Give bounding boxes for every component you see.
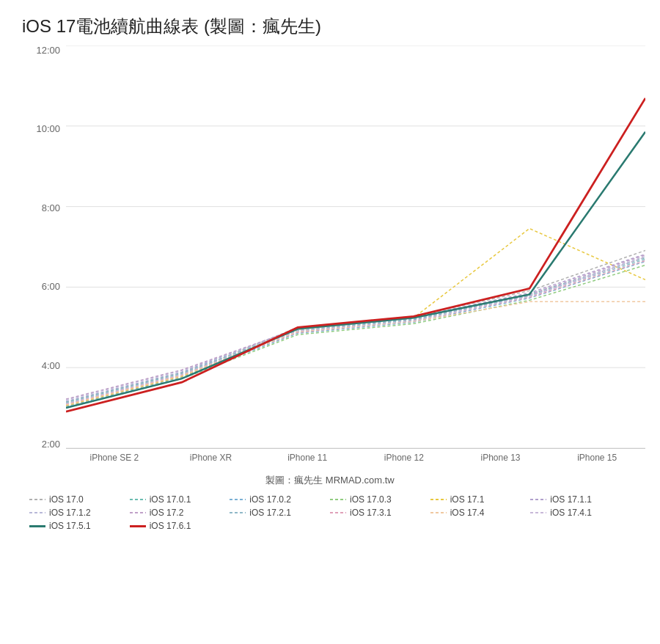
line-ios1741 — [66, 257, 645, 403]
chart-svg — [66, 45, 645, 448]
legend-label-ios1741: iOS 17.4.1 — [550, 508, 592, 518]
legend-label-ios174: iOS 17.4 — [450, 508, 485, 518]
legend-line-ios172 — [130, 512, 146, 513]
legend-ios1751: iOS 17.5.1 — [29, 521, 130, 531]
legend-ios170: iOS 17.0 — [29, 494, 130, 505]
chart-area: 2:00 4:00 6:00 8:00 10:00 12:00 — [29, 45, 645, 471]
x-axis: iPhone SE 2 iPhone XR iPhone 11 iPhone 1… — [66, 449, 645, 471]
y-label-800: 8:00 — [29, 203, 66, 213]
legend-label-ios1701: iOS 17.0.1 — [150, 494, 191, 505]
legend-label-ios1721: iOS 17.2.1 — [249, 508, 291, 518]
legend-ios1703: iOS 17.0.3 — [330, 494, 430, 505]
legend-ios1701: iOS 17.0.1 — [130, 494, 230, 505]
legend-label-ios1731: iOS 17.3.1 — [350, 508, 392, 518]
legend-line-ios1701 — [130, 499, 146, 500]
y-label-600: 6:00 — [29, 282, 66, 291]
legend-line-ios1731 — [330, 512, 346, 513]
x-label-15: iPhone 15 — [549, 453, 645, 463]
legend-line-ios1703 — [330, 499, 346, 500]
legend-label-ios171: iOS 17.1 — [450, 494, 485, 505]
line-ios1712 — [66, 256, 645, 400]
page-title: iOS 17電池續航曲線表 (製圖：瘋先生) — [22, 15, 638, 38]
legend-label-ios172: iOS 17.2 — [150, 508, 184, 518]
credit-text: 製圖：瘋先生 MRMAD.com.tw — [22, 474, 638, 487]
legend-line-ios174 — [430, 512, 447, 513]
legend-label-ios1703: iOS 17.0.3 — [350, 494, 392, 505]
legend-line-ios1751 — [29, 525, 45, 527]
legend-label-ios1702: iOS 17.0.2 — [249, 494, 291, 505]
legend-line-ios171 — [430, 499, 447, 500]
legend-label-ios170: iOS 17.0 — [49, 494, 84, 505]
legend-ios1721: iOS 17.2.1 — [230, 508, 330, 518]
legend-ios171: iOS 17.1 — [430, 494, 531, 505]
page-container: iOS 17電池續航曲線表 (製圖：瘋先生) 2:00 4:00 6:00 8:… — [0, 0, 660, 538]
x-label-se2: iPhone SE 2 — [66, 453, 163, 463]
legend-ios172: iOS 17.2 — [130, 508, 230, 518]
legend-label-ios1712: iOS 17.1.2 — [49, 508, 91, 518]
x-label-13: iPhone 13 — [452, 453, 549, 463]
y-label-1000: 10:00 — [29, 124, 66, 133]
x-label-xr: iPhone XR — [163, 453, 260, 463]
y-label-400: 4:00 — [29, 361, 66, 370]
y-label-1200: 12:00 — [29, 45, 66, 55]
legend-ios1711: iOS 17.1.1 — [530, 494, 631, 505]
legend-label-ios1761: iOS 17.6.1 — [150, 521, 191, 531]
chart-inner — [66, 45, 645, 449]
y-label-200: 2:00 — [29, 439, 66, 449]
line-ios1751 — [66, 132, 645, 408]
legend: iOS 17.0 iOS 17.0.1 iOS 17.0.2 iOS 17.0.… — [22, 494, 638, 531]
legend-ios1712: iOS 17.1.2 — [29, 508, 130, 518]
legend-label-ios1751: iOS 17.5.1 — [49, 521, 91, 531]
x-label-12: iPhone 12 — [356, 453, 452, 463]
line-ios172 — [66, 255, 645, 399]
legend-ios1761: iOS 17.6.1 — [130, 521, 230, 531]
y-axis: 2:00 4:00 6:00 8:00 10:00 12:00 — [29, 45, 66, 471]
legend-ios1702: iOS 17.0.2 — [230, 494, 330, 505]
legend-line-ios1741 — [530, 512, 546, 513]
legend-ios1741: iOS 17.4.1 — [530, 508, 631, 518]
legend-line-ios1721 — [230, 512, 246, 513]
legend-ios174: iOS 17.4 — [430, 508, 531, 518]
legend-line-ios1712 — [29, 512, 45, 513]
legend-line-ios1761 — [130, 525, 146, 527]
legend-line-ios1711 — [530, 499, 546, 500]
x-label-11: iPhone 11 — [259, 453, 356, 463]
line-ios1711 — [66, 254, 645, 401]
legend-ios1731: iOS 17.3.1 — [330, 508, 430, 518]
legend-line-ios1702 — [230, 499, 246, 500]
legend-label-ios1711: iOS 17.1.1 — [550, 494, 592, 505]
legend-line-ios170 — [29, 499, 45, 500]
